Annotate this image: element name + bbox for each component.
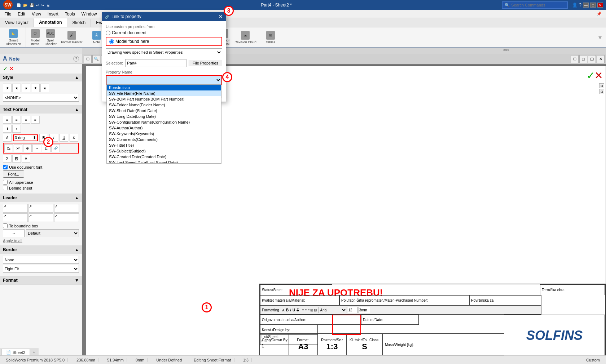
tab-annotation[interactable]: Annotation xyxy=(34,18,67,27)
style-dropdown[interactable]: <NONE> xyxy=(3,94,79,102)
border-type-select[interactable]: None xyxy=(3,256,79,264)
prop-item-bompart[interactable]: SW-BOM Part Number(BOM Part Number) xyxy=(107,96,221,102)
canvas-btn-fit[interactable]: ⊡ xyxy=(571,55,579,63)
spell-checker-button[interactable]: ABC SpellChecker xyxy=(43,28,59,47)
sheet-add-icon[interactable]: + xyxy=(31,349,37,355)
radio-current-doc[interactable] xyxy=(106,31,110,35)
restore-button[interactable]: □ xyxy=(590,3,596,8)
style-btn-2[interactable]: ★ xyxy=(12,84,21,92)
prop-item-author[interactable]: SW-Author(Author) xyxy=(107,125,221,131)
align-right-btn[interactable]: ≡ xyxy=(22,116,30,124)
align-top-btn[interactable]: ⬆ xyxy=(3,125,12,133)
search-commands-box[interactable]: 🔍 xyxy=(502,1,568,9)
canvas-btn-view[interactable]: ⊡ xyxy=(84,55,92,63)
format-header[interactable]: Format ▼ xyxy=(0,276,82,284)
prop-item-lastsaved[interactable]: SW-Last Saved Date(Last Saved Date) xyxy=(107,160,221,164)
style-btn-1[interactable]: ★ xyxy=(3,84,12,92)
leader-btn-2[interactable]: ↗ xyxy=(28,204,53,213)
prop-item-konstruisao[interactable]: Konstruisao xyxy=(107,85,221,90)
note-confirm-button[interactable]: ✓ xyxy=(3,65,8,72)
leader-btn-6[interactable]: ↗ xyxy=(54,213,79,222)
insert-pic-btn[interactable]: 🖼 xyxy=(12,155,21,163)
superscript-btn[interactable]: x² xyxy=(14,144,22,152)
rotation-input[interactable] xyxy=(15,136,33,140)
arrow-style-select[interactable]: → xyxy=(3,229,25,237)
prop-item-longdate[interactable]: SW-Long Date(Long Date) xyxy=(107,114,221,119)
minimize-button[interactable]: — xyxy=(583,3,589,8)
menu-view[interactable]: View xyxy=(29,11,44,17)
fit-text-btn[interactable]: ↔ xyxy=(32,144,41,152)
help-icon[interactable]: ? xyxy=(579,3,581,8)
prop-item-subject[interactable]: SW-Subject(Subject) xyxy=(107,148,221,154)
note-cancel-button[interactable]: ✕ xyxy=(9,65,14,72)
canvas-btn-close[interactable]: ✕ xyxy=(597,55,605,63)
tables-button[interactable]: ⊞ Tables xyxy=(263,30,278,45)
prop-item-filename[interactable]: SW-File Name(File Name) xyxy=(107,90,221,96)
search-commands-input[interactable] xyxy=(511,3,565,7)
align-center-btn[interactable]: ≡ xyxy=(12,116,21,124)
font-button[interactable]: Font... xyxy=(3,170,24,178)
font-size-input[interactable] xyxy=(348,307,358,313)
apply-to-all-link[interactable]: Apply to all xyxy=(3,239,22,243)
leader-btn-1[interactable]: ↗ xyxy=(3,204,28,213)
text-format-header[interactable]: Text Format ▲ xyxy=(0,106,82,114)
text-color-btn[interactable]: A xyxy=(22,155,30,163)
use-document-font-check[interactable] xyxy=(3,165,8,169)
drawing-view-select[interactable]: Drawing view specified in Sheet Properti… xyxy=(106,48,222,56)
radio-model-found[interactable] xyxy=(109,39,114,44)
text-underline-btn[interactable]: U xyxy=(60,134,68,142)
rotation-spinner[interactable]: ⬆ xyxy=(33,136,36,140)
revision-cloud-button[interactable]: ☁ Revision Cloud xyxy=(232,30,259,45)
canvas-btn-restore[interactable]: □ xyxy=(579,55,587,63)
selection-input[interactable] xyxy=(125,59,186,67)
toolbar-expand-icon[interactable]: ▾ xyxy=(598,34,602,41)
tab-view-layout[interactable]: View Layout xyxy=(0,19,34,27)
link-btn[interactable]: 🔗 xyxy=(51,144,60,152)
leader-btn-5[interactable]: ↗ xyxy=(28,213,53,222)
open-icon[interactable]: 📂 xyxy=(22,3,28,7)
pin-icon[interactable]: 📌 xyxy=(594,12,605,16)
redo-icon[interactable]: ↪ xyxy=(40,3,45,7)
close-button[interactable]: ✕ xyxy=(597,3,603,8)
prop-item-title[interactable]: SW-Title(Title) xyxy=(107,142,221,148)
prop-item-comments[interactable]: SW-Comments(Comments) xyxy=(107,137,221,142)
panel-help-icon[interactable]: ? xyxy=(73,56,79,62)
new-icon[interactable]: 📄 xyxy=(16,3,22,7)
leader-btn-3[interactable]: ↗ xyxy=(54,204,79,213)
canvas-side-btn-2[interactable]: ⊡ xyxy=(599,89,604,94)
behind-sheet-check[interactable] xyxy=(3,186,8,190)
property-name-input[interactable] xyxy=(106,76,221,84)
undo-icon[interactable]: ↩ xyxy=(35,3,40,7)
canvas-side-btn-1[interactable]: ⊡ xyxy=(599,83,604,88)
style-btn-5[interactable]: ★ xyxy=(40,84,49,92)
border-tight-fit-select[interactable]: Tight Fit xyxy=(3,265,79,273)
all-uppercase-check[interactable] xyxy=(3,180,8,185)
align-left-btn[interactable]: ≡ xyxy=(3,116,12,124)
sheet2-tab[interactable]: 📄 Sheet2 xyxy=(1,349,30,355)
leader-btn-4[interactable]: ↗ xyxy=(3,213,28,222)
file-properties-button[interactable]: File Properties xyxy=(189,60,222,66)
canvas-btn-maximize[interactable]: ▢ xyxy=(588,55,596,63)
format-painter-button[interactable]: 🖌 Format Painter xyxy=(59,30,85,45)
align-justify-btn[interactable]: ≡ xyxy=(31,116,40,124)
smart-dimension-button[interactable]: 📐 SmartDimension xyxy=(4,28,23,47)
style-section-header[interactable]: Style ▲ xyxy=(0,74,82,81)
leader-header[interactable]: Leader ▲ xyxy=(0,194,82,202)
dialog-close-button[interactable]: ✕ xyxy=(219,14,223,19)
canvas-btn-zoom-area[interactable]: 🔍 xyxy=(92,55,100,63)
style-btn-4[interactable]: ★ xyxy=(31,84,40,92)
text-strikethrough-btn[interactable]: S̶ xyxy=(70,134,78,142)
menu-tools[interactable]: Tools xyxy=(62,11,78,17)
menu-file[interactable]: File xyxy=(1,11,14,17)
align-mid-btn[interactable]: ↕ xyxy=(12,125,21,133)
prop-item-keywords[interactable]: SW-Keywords(Keywords) xyxy=(107,131,221,137)
print-icon[interactable]: 🖨 xyxy=(45,3,50,7)
prop-item-folder[interactable]: SW-Folder Name(Folder Name) xyxy=(107,102,221,108)
prop-item-created[interactable]: SW-Created Date(Created Date) xyxy=(107,154,221,160)
font-mm-input[interactable] xyxy=(359,307,370,313)
menu-insert[interactable]: Insert xyxy=(45,11,61,17)
arrow-size-select[interactable]: Default xyxy=(26,229,79,237)
bounding-box-check[interactable] xyxy=(3,223,8,228)
prop-item-config[interactable]: SW-Configuration Name(Configuration Name… xyxy=(107,119,221,125)
prop-item-shortdate[interactable]: SW-Short Date(Short Date) xyxy=(107,108,221,114)
